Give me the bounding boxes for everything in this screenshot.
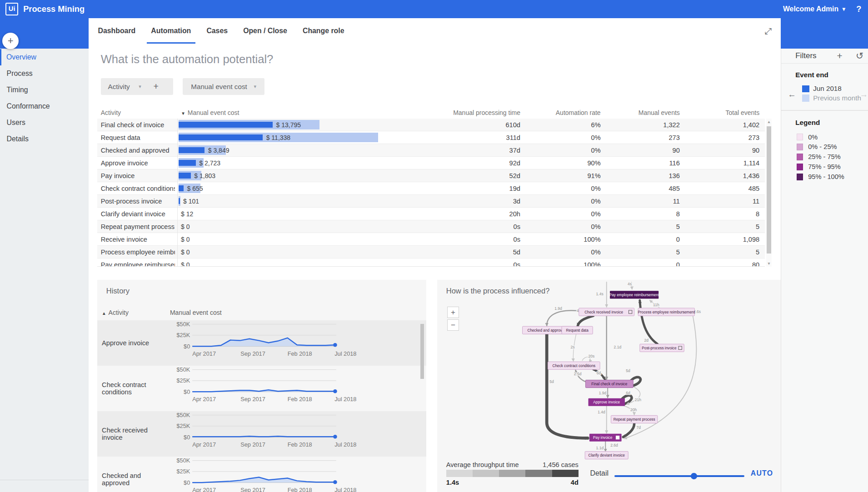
x-tick-label: Apr 2017 xyxy=(192,441,216,448)
legend-item: 75% - 95% xyxy=(797,163,841,170)
previous-period-icon[interactable]: ← xyxy=(788,89,796,99)
legend-label: 0% xyxy=(808,134,818,141)
history-row[interactable]: Check received invoice$50K$25K$0Apr 2017… xyxy=(97,411,426,457)
scrollbar-thumb[interactable] xyxy=(420,324,424,379)
history-chart: $50K$25K$0Apr 2017Sep 2017Feb 2018Jul 20… xyxy=(169,366,419,411)
legend-swatch xyxy=(797,134,803,140)
sidebar-item-overview[interactable]: Overview xyxy=(0,49,89,65)
y-tick-label: $50K xyxy=(176,321,190,328)
column-header-processing-time[interactable]: Manual processing time xyxy=(421,109,520,116)
automation-rate-cell: 0% xyxy=(534,195,600,208)
current-month-label[interactable]: Jun 2018 xyxy=(813,84,842,92)
metric-dropdown[interactable]: Manual event cost ▾ xyxy=(183,78,264,95)
legend-swatch xyxy=(797,164,803,170)
graph-node-pay-invoice[interactable]: Pay invoice xyxy=(589,434,622,442)
graph-node-final-check-of-invoice[interactable]: Final check of invoice xyxy=(586,380,634,388)
edge-label: 5d xyxy=(626,369,631,373)
auto-button[interactable]: AUTO xyxy=(751,469,773,477)
process-graph[interactable]: 1.4s4s11h2d1.9d4d2.1d2s20s6d2.5d5d1.9d6d… xyxy=(437,280,780,492)
table-row[interactable]: Pay employee reimbursement$ 00s100%080 xyxy=(97,258,765,267)
history-row[interactable]: Checked and approved$50K$25K$0Apr 2017Se… xyxy=(97,457,426,492)
automation-rate-cell: 0% xyxy=(534,182,600,195)
table-row[interactable]: Checked and approved$ 3,84937d0%9090 xyxy=(97,144,765,157)
history-header-activity[interactable]: ▲Activity xyxy=(102,309,129,316)
previous-month-label[interactable]: Previous month xyxy=(813,94,861,102)
sort-desc-icon: ▼ xyxy=(181,111,185,116)
sidebar-item-process[interactable]: Process xyxy=(0,65,89,82)
table-row[interactable]: Pay invoice$ 1,80352d91%1361,436 xyxy=(97,169,765,182)
graph-node-process-employee-reimbursement[interactable]: Process employee reimbursement xyxy=(638,308,695,316)
table-row[interactable]: Approve invoice$ 2,72392d90%1161,114 xyxy=(97,157,765,169)
add-filter-icon[interactable]: + xyxy=(837,50,843,61)
fullscreen-icon[interactable]: ⤢ xyxy=(764,26,772,36)
node-checkbox-icon[interactable] xyxy=(616,436,619,439)
graph-node-approve-invoice[interactable]: Approve invoice xyxy=(589,398,625,406)
table-row[interactable]: Final check of invoice$ 13,795610d6%1,32… xyxy=(97,119,765,131)
reset-filters-icon[interactable]: ↺ xyxy=(856,50,863,61)
graph-node-post-process-invoice[interactable]: Post-process invoice xyxy=(640,344,684,352)
slider-knob[interactable] xyxy=(691,473,697,479)
zoom-out-button[interactable]: − xyxy=(447,319,459,331)
table-row[interactable]: Post-process invoice$ 1013d0%1111 xyxy=(97,195,765,208)
sidebar-item-details[interactable]: Details xyxy=(0,131,89,147)
manual-events-cell: 116 xyxy=(614,157,680,169)
tab-change-role[interactable]: Change role xyxy=(295,18,352,44)
graph-node-pay-employee-reimbursement[interactable]: Pay employee reimbursement xyxy=(609,291,660,299)
column-header-manual-events[interactable]: Manual events xyxy=(606,109,680,116)
event-end-title: Event end xyxy=(795,71,828,79)
history-header-cost[interactable]: Manual event cost xyxy=(170,309,222,316)
graph-node-repeat-payment-process[interactable]: Repeat payment process xyxy=(611,416,658,423)
column-header-activity[interactable]: Activity xyxy=(101,109,121,116)
x-tick-label: Jul 2018 xyxy=(334,441,356,448)
table-row[interactable]: Request data$ 11,338311d0%273273 xyxy=(97,131,765,144)
detail-slider[interactable] xyxy=(614,473,744,479)
zoom-in-button[interactable]: + xyxy=(447,307,459,318)
sidebar-item-conformance[interactable]: Conformance xyxy=(0,98,89,114)
table-row[interactable]: Receive invoice$ 00s100%01,098 xyxy=(97,233,765,246)
sidebar-item-users[interactable]: Users xyxy=(0,114,89,131)
table-row[interactable]: Clarify deviant invoice$ 1220h0%88 xyxy=(97,208,765,220)
sidebar-item-timing[interactable]: Timing xyxy=(0,82,89,98)
legend-title: Legend xyxy=(795,119,820,126)
tab-automation[interactable]: Automation xyxy=(143,18,199,44)
processing-time-cell: 37d xyxy=(454,144,520,157)
history-chart: $50K$25K$0Apr 2017Sep 2017Feb 2018Jul 20… xyxy=(169,457,419,492)
activity-cell: Clarify deviant invoice xyxy=(101,208,175,220)
x-tick-label: Feb 2018 xyxy=(287,350,312,357)
total-events-cell: 11 xyxy=(693,195,759,208)
processing-time-cell: 20h xyxy=(454,208,520,220)
table-row[interactable]: Check contract conditions$ 65519d0%48548… xyxy=(97,182,765,195)
scrollbar-thumb[interactable] xyxy=(767,126,771,253)
slider-track[interactable] xyxy=(614,475,744,477)
column-header-total-events[interactable]: Total events xyxy=(683,109,759,116)
cost-bar-manual xyxy=(179,122,273,128)
total-events-cell: 8 xyxy=(693,208,759,220)
legend-label: 25% - 75% xyxy=(808,153,840,160)
help-icon[interactable]: ? xyxy=(856,4,861,14)
graph-node-check-received-invoice[interactable]: Check received invoice xyxy=(579,308,634,316)
edge-label: 6d xyxy=(626,391,631,395)
user-menu[interactable]: Welcome Admin ▾ xyxy=(783,5,845,13)
graph-node-clarify-deviant-invoice[interactable]: Clarify deviant invoice xyxy=(585,452,629,459)
column-header-automation-rate[interactable]: Automation rate xyxy=(526,109,600,116)
cost-value: $ 0 xyxy=(181,220,190,233)
activity-dimension-dropdown[interactable]: Activity ▾ + xyxy=(101,78,174,95)
scroll-down-icon[interactable]: ▼ xyxy=(766,261,772,266)
tab-dashboard[interactable]: Dashboard xyxy=(90,18,144,44)
node-label: Pay invoice xyxy=(593,436,613,440)
history-row[interactable]: Approve invoice$50K$25K$0Apr 2017Sep 201… xyxy=(97,320,426,366)
table-row[interactable]: Process employee reimburse...$ 05d0%55 xyxy=(97,246,765,258)
edge-label: 5d xyxy=(550,379,554,384)
scroll-up-icon[interactable]: ▲ xyxy=(766,119,772,124)
history-row[interactable]: Check contract conditions$50K$25K$0Apr 2… xyxy=(97,366,426,411)
tab-cases[interactable]: Cases xyxy=(199,18,235,44)
graph-node-check-contract-conditions[interactable]: Check contract conditions xyxy=(548,362,600,370)
tab-open-close[interactable]: Open / Close xyxy=(235,18,295,44)
table-scrollbar[interactable]: ▲ ▼ xyxy=(766,119,772,267)
activity-table: Final check of invoice$ 13,795610d6%1,32… xyxy=(97,119,765,267)
table-row[interactable]: Repeat payment process$ 00s0%55 xyxy=(97,220,765,233)
cost-bar-manual xyxy=(179,198,180,204)
column-header-cost[interactable]: ▼Manual event cost xyxy=(181,109,239,116)
graph-node-request-data[interactable]: Request data xyxy=(562,327,593,334)
history-scrollbar[interactable] xyxy=(419,320,424,492)
